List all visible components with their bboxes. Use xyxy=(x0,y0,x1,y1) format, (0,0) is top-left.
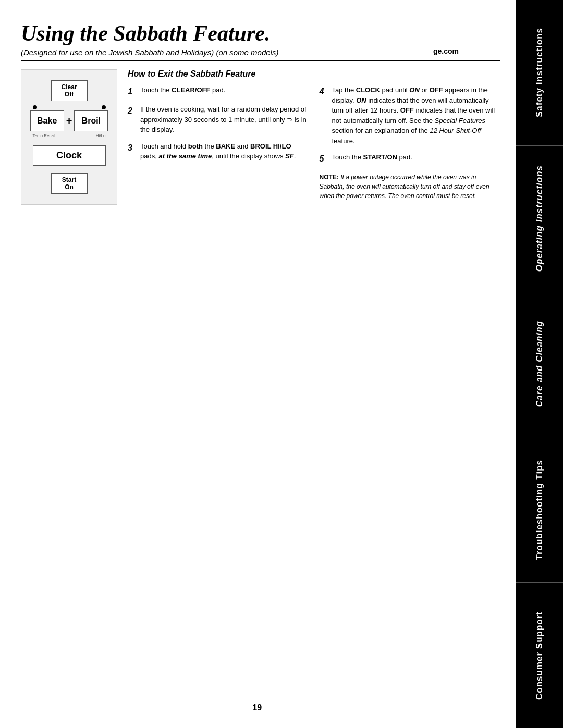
note-box: NOTE: If a power outage occurred while t… xyxy=(320,172,501,201)
sidebar-section-troubleshooting: Troubleshooting Tips xyxy=(516,437,563,583)
step-3: 3 Touch and hold both the BAKE and BROIL… xyxy=(128,141,309,162)
content-area: Clear Off Bake + Broil Temp Recall Hi/Lo xyxy=(21,69,500,205)
page-title: Using the Sabbath Feature. xyxy=(21,21,500,46)
instructions-panel: How to Exit the Sabbath Feature 1 Touch … xyxy=(128,69,500,205)
step-5-text: Touch the START/ON pad. xyxy=(332,152,501,165)
sidebar-section-care: Care and Cleaning xyxy=(516,291,563,437)
step-2: 2 If the oven is cooking, wait for a ran… xyxy=(128,104,309,135)
oven-diagram: Clear Off Bake + Broil Temp Recall Hi/Lo xyxy=(21,69,117,205)
sidebar-operating-label: Operating Instructions xyxy=(534,165,545,272)
right-sidebar: Safety Instructions Operating Instructio… xyxy=(516,0,563,728)
sidebar-section-safety: Safety Instructions xyxy=(516,0,563,146)
bake-broil-row: Bake + Broil xyxy=(30,110,108,131)
steps-left: 1 Touch the CLEAR/OFF pad. 2 If the oven… xyxy=(128,85,309,201)
step-1: 1 Touch the CLEAR/OFF pad. xyxy=(128,85,309,98)
step-2-num: 2 xyxy=(128,104,136,135)
step-3-text: Touch and hold both the BAKE and BROIL H… xyxy=(140,141,309,162)
step-4-num: 4 xyxy=(320,85,328,146)
start-on-button[interactable]: Start On xyxy=(51,173,88,194)
step-2-text: If the oven is cooking, wait for a rando… xyxy=(140,104,309,135)
sidebar-care-label: Care and Cleaning xyxy=(534,320,545,407)
note-label: NOTE: If a power outage occurred while t… xyxy=(320,174,489,200)
steps-container: 1 Touch the CLEAR/OFF pad. 2 If the oven… xyxy=(128,85,500,201)
step-4: 4 Tap the CLOCK pad until ON or OFF appe… xyxy=(320,85,501,146)
temp-recall-label: Temp Recall xyxy=(33,133,56,138)
bake-button[interactable]: Bake xyxy=(30,110,64,131)
dot-right xyxy=(102,105,106,109)
page-subtitle: (Designed for use on the Jewish Sabbath … xyxy=(21,48,500,57)
step-5: 5 Touch the START/ON pad. xyxy=(320,152,501,165)
hi-lo-label: Hi/Lo xyxy=(96,133,106,138)
step-3-num: 3 xyxy=(128,141,136,162)
main-content: Using the Sabbath Feature. (Designed for… xyxy=(0,0,516,728)
sidebar-section-operating: Operating Instructions xyxy=(516,146,563,292)
sidebar-troubleshooting-label: Troubleshooting Tips xyxy=(534,460,545,560)
step-1-num: 1 xyxy=(128,85,136,98)
ge-com-label: ge.com xyxy=(433,47,459,55)
sidebar-consumer-label: Consumer Support xyxy=(534,611,545,700)
clear-off-button[interactable]: Clear Off xyxy=(51,80,88,101)
page-number: 19 xyxy=(252,703,262,712)
sidebar-safety-label: Safety Instructions xyxy=(534,28,545,117)
dot-left xyxy=(33,105,37,109)
step-1-text: Touch the CLEAR/OFF pad. xyxy=(140,85,309,98)
step-5-num: 5 xyxy=(320,152,328,165)
sidebar-section-consumer: Consumer Support xyxy=(516,583,563,728)
sub-label-row: Temp Recall Hi/Lo xyxy=(33,133,106,138)
step-4-text: Tap the CLOCK pad until ON or OFF appear… xyxy=(332,85,501,146)
steps-right: 4 Tap the CLOCK pad until ON or OFF appe… xyxy=(320,85,501,201)
divider xyxy=(21,60,500,61)
section-title: How to Exit the Sabbath Feature xyxy=(128,69,500,79)
clock-button[interactable]: Clock xyxy=(33,145,106,166)
broil-button[interactable]: Broil xyxy=(74,110,108,131)
dot-row xyxy=(33,105,106,109)
plus-icon: + xyxy=(66,115,72,127)
